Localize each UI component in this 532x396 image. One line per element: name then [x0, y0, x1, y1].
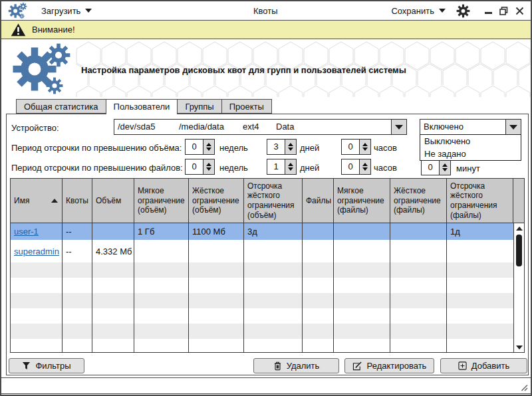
chevron-down-icon[interactable] — [391, 120, 406, 134]
files-days-spinner[interactable]: 1 — [267, 159, 297, 175]
tab-general-statistics[interactable]: Общая статистика — [16, 99, 106, 114]
mount-point: /media/data — [179, 120, 224, 134]
volume-weeks-value[interactable]: 0 — [186, 140, 203, 154]
users-tab-panel: Устройство: /dev/sda5 /media/data ext4 D… — [6, 114, 529, 375]
table-row[interactable]: superadmin -- 4.332 Мб — [11, 240, 513, 262]
files-weeks-spinner[interactable]: 0 — [185, 159, 215, 175]
volume-days-value[interactable]: 3 — [267, 140, 285, 154]
files-days-value[interactable]: 1 — [267, 159, 285, 174]
spinner-arrows-icon[interactable] — [439, 160, 450, 175]
funnel-icon — [22, 361, 31, 370]
column-header-name[interactable]: Имя — [11, 179, 63, 223]
trash-icon — [273, 361, 282, 371]
warning-triangle-icon — [11, 23, 26, 37]
files-hours-spinner[interactable]: 0 — [341, 159, 371, 175]
edit-button[interactable]: Редактировать — [344, 358, 434, 373]
device-label: Устройство: — [11, 123, 59, 133]
add-button[interactable]: Добавить — [440, 358, 527, 373]
save-menu-label: Сохранить — [391, 6, 434, 16]
fs-type: ext4 — [243, 120, 259, 134]
weeks-unit-label: недель — [219, 163, 248, 173]
column-header-grace-files[interactable]: Отсрочка жёсткого ограничения (файлы) — [447, 179, 513, 223]
vertical-scrollbar[interactable] — [513, 223, 524, 352]
hours-unit-label: часов — [374, 143, 397, 153]
restore-icon[interactable] — [499, 7, 508, 15]
empty-row-stripes — [11, 262, 513, 352]
chevron-down-icon[interactable] — [505, 120, 521, 134]
days-unit-label: дней — [300, 143, 319, 153]
filters-button-label: Фильтры — [35, 361, 70, 371]
warning-text: Внимание! — [32, 25, 75, 35]
tab-projects[interactable]: Проекты — [221, 99, 272, 114]
spinner-arrows-icon[interactable] — [203, 140, 214, 154]
table-row[interactable]: user-1 -- 1 Гб 1100 Мб 3д 1д — [11, 223, 513, 240]
save-menu-button[interactable]: Сохранить — [391, 6, 446, 16]
chevron-down-icon — [439, 9, 446, 13]
volume-hours-spinner[interactable]: 0 — [341, 139, 371, 155]
status-bar — [1, 377, 531, 394]
warning-banner: Внимание! — [1, 21, 531, 39]
files-weeks-value[interactable]: 0 — [186, 159, 203, 174]
window-title: Квоты — [253, 6, 278, 16]
filters-button[interactable]: Фильтры — [9, 358, 84, 373]
column-header-soft-files[interactable]: Мягкое ограничение (файлы) — [334, 179, 390, 223]
quota-mode-select[interactable]: Включено — [420, 119, 521, 135]
quota-mode-option-off[interactable]: Выключено — [420, 135, 521, 148]
quota-mode-value: Включено — [424, 120, 464, 134]
load-menu-button[interactable]: Загрузить — [41, 6, 92, 16]
files-minutes-spinner[interactable]: 0 — [421, 159, 451, 175]
scroll-down-icon[interactable] — [514, 342, 524, 352]
spinner-arrows-icon[interactable] — [285, 140, 296, 154]
quota-app-window: Загрузить Квоты Сохранить — [0, 0, 532, 396]
device-select[interactable]: /dev/sda5 /media/data ext4 Data — [114, 119, 407, 135]
user-link[interactable]: user-1 — [14, 227, 39, 237]
delete-button[interactable]: Удалить — [253, 358, 339, 373]
hours-unit-label: часов — [374, 163, 397, 173]
plus-square-icon — [458, 361, 467, 370]
device-path: /dev/sda5 — [118, 120, 155, 134]
column-header-grace-volume[interactable]: Отсрочка жёсткого ограничения (объём) — [244, 179, 303, 223]
column-header-volume[interactable]: Объём — [92, 179, 134, 223]
minimize-icon[interactable] — [485, 12, 492, 14]
volume-days-spinner[interactable]: 3 — [267, 139, 297, 155]
quota-mode-option-unset[interactable]: Не задано — [420, 148, 521, 160]
table-header-scrollbar-cap — [513, 179, 524, 223]
tab-bar: Общая статистика Пользователи Группы Про… — [16, 99, 271, 114]
tab-groups[interactable]: Группы — [177, 99, 221, 114]
spinner-arrows-icon[interactable] — [359, 140, 370, 154]
quota-mode-dropdown-list: Выключено Не задано — [420, 134, 521, 161]
spinner-arrows-icon[interactable] — [285, 159, 296, 174]
weeks-unit-label: недель — [219, 143, 248, 153]
grace-files-label: Период отсрочки по превышению файлов: — [11, 163, 183, 173]
resize-grip-icon[interactable] — [519, 382, 528, 391]
scrollbar-thumb[interactable] — [516, 235, 522, 266]
minutes-unit-label: минут — [456, 163, 480, 173]
app-description: Настройка параметров дисковых квот для г… — [81, 65, 406, 75]
column-header-files[interactable]: Файлы — [303, 179, 334, 223]
chevron-down-icon — [85, 9, 92, 13]
app-gears-icon — [8, 2, 28, 20]
files-minutes-value[interactable]: 0 — [422, 160, 439, 175]
quota-table: Имя Квоты Объём Мягкое ограничение (объё… — [10, 178, 525, 353]
scroll-up-icon[interactable] — [514, 223, 524, 233]
settings-gear-icon[interactable] — [456, 4, 470, 18]
close-icon[interactable] — [515, 7, 524, 15]
spinner-arrows-icon[interactable] — [359, 159, 370, 174]
column-header-quotas[interactable]: Квоты — [63, 179, 92, 223]
column-header-hard-volume[interactable]: Жёсткое ограничение (объём) — [189, 179, 244, 223]
app-logo-gears-icon — [12, 43, 73, 96]
app-header: Настройка параметров дисковых квот для г… — [1, 40, 531, 98]
volume-hours-value[interactable]: 0 — [342, 140, 359, 154]
title-bar: Загрузить Квоты Сохранить — [1, 1, 531, 21]
add-button-label: Добавить — [471, 361, 509, 371]
user-link[interactable]: superadmin — [14, 247, 59, 256]
tab-users[interactable]: Пользователи — [106, 99, 178, 114]
pencil-square-icon — [352, 361, 362, 371]
files-hours-value[interactable]: 0 — [342, 159, 359, 174]
table-header: Имя Квоты Объём Мягкое ограничение (объё… — [11, 179, 524, 223]
column-header-hard-files[interactable]: Жёсткое ограничение (файлы) — [390, 179, 447, 223]
spinner-arrows-icon[interactable] — [203, 159, 214, 174]
sort-ascending-icon — [51, 199, 58, 203]
column-header-soft-volume[interactable]: Мягкое ограничение (объём) — [134, 179, 189, 223]
volume-weeks-spinner[interactable]: 0 — [185, 139, 215, 155]
